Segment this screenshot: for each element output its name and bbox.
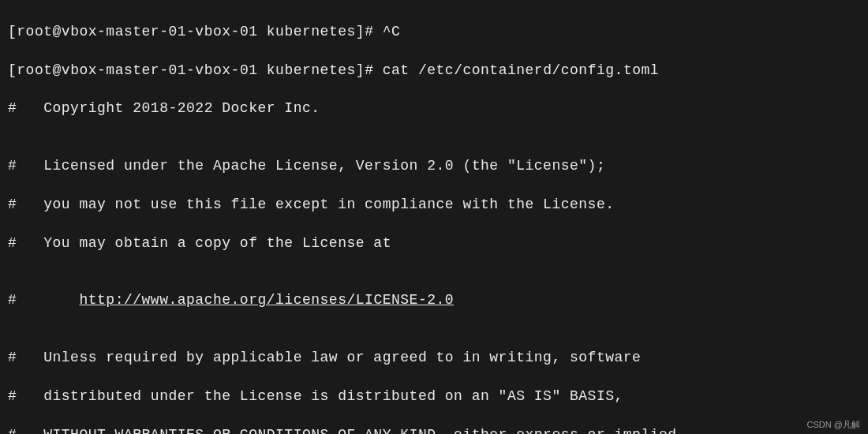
watermark-text: CSDN @凡解 [807,419,860,431]
command-1: ^C [383,24,401,39]
file-license-line: # You may obtain a copy of the License a… [8,234,860,253]
file-warranty-line: # distributed under the License is distr… [8,387,860,406]
prompt-line-2: [root@vbox-master-01-vbox-01 kubernetes]… [8,61,860,80]
file-warranty-line: # WITHOUT WARRANTIES OR CONDITIONS OF AN… [8,425,860,434]
prompt-line-1: [root@vbox-master-01-vbox-01 kubernetes]… [8,22,860,41]
file-license-line: # Licensed under the Apache License, Ver… [8,156,860,175]
file-copyright: # Copyright 2018-2022 Docker Inc. [8,99,860,118]
terminal-output[interactable]: [root@vbox-master-01-vbox-01 kubernetes]… [0,0,868,434]
command-2: cat /etc/containerd/config.toml [383,62,659,78]
file-warranty-line: # Unless required by applicable law or a… [8,348,860,367]
file-license-line: # you may not use this file except in co… [8,195,860,214]
file-url-line: # http://www.apache.org/licenses/LICENSE… [8,290,860,309]
license-url-link: http://www.apache.org/licenses/LICENSE-2… [79,292,454,308]
